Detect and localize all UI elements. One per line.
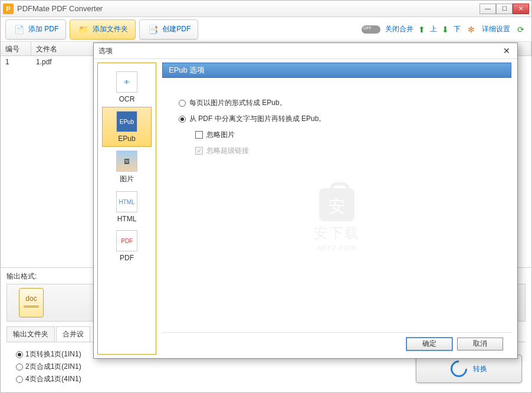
radio-icon (16, 363, 23, 371)
up-label: 上 (430, 24, 437, 34)
maximize-button[interactable]: ☐ (496, 4, 513, 14)
epub-option-extract-text[interactable]: 从 PDF 中分离文字与图片再转换成 EPub。 (179, 114, 495, 124)
sidebar-item-html[interactable]: HTMLHTML (102, 188, 152, 227)
close-button[interactable]: ✕ (513, 4, 529, 14)
settings-label[interactable]: 详细设置 (482, 24, 510, 34)
sidebar-item-ocr[interactable]: 👁OCR (102, 68, 152, 107)
image-icon: 🖼 (116, 150, 137, 172)
add-pdf-label: 添加 PDF (28, 24, 58, 34)
refresh-icon[interactable]: ⟳ (515, 24, 527, 35)
watermark-sub: anxz.com (314, 243, 360, 252)
dialog-body: 👁OCR EPubEPub 🖼图片 HTMLHTML PDFPDF EPub 选… (94, 58, 517, 358)
sidebar-item-image[interactable]: 🖼图片 (102, 147, 152, 188)
dialog-footer: 确定 取消 (162, 332, 511, 355)
ocr-icon: 👁 (116, 71, 137, 93)
toolbar: 📄 添加 PDF 📁 添加文件夹 📑 创建PDF 关闭合并 ⬆上 ⬇下 ✻ 详细… (1, 17, 531, 42)
build-pdf-icon: 📑 (147, 24, 159, 35)
window-controls: — ☐ ✕ (480, 4, 529, 14)
settings-icon[interactable]: ✻ (465, 24, 477, 35)
dialog-main: EPub 选项 每页以图片的形式转成 EPub。 从 PDF 中分离文字与图片再… (160, 59, 517, 358)
watermark: 安下载 anxz.com (314, 188, 360, 252)
radio-icon (179, 116, 186, 123)
build-pdf-button[interactable]: 📑 创建PDF (139, 19, 198, 40)
html-icon: HTML (116, 191, 137, 212)
cancel-button[interactable]: 取消 (457, 338, 503, 351)
move-down-icon[interactable]: ⬇ (442, 25, 449, 34)
radio-icon (179, 100, 186, 107)
merge-toggle[interactable] (362, 25, 380, 34)
dialog-titlebar: 选项 ✕ (94, 43, 517, 58)
add-folder-icon: 📁 (77, 24, 89, 35)
add-pdf-icon: 📄 (13, 24, 25, 35)
sidebar-item-epub[interactable]: EPubEPub (102, 107, 152, 147)
app-icon: P (3, 4, 14, 14)
app-title: PDFMate PDF Converter (17, 4, 480, 13)
radio-icon (16, 351, 23, 358)
options-dialog: 选项 ✕ 👁OCR EPubEPub 🖼图片 HTMLHTML PDFPDF E… (93, 42, 518, 359)
ok-button[interactable]: 确定 (406, 338, 452, 351)
sub-options: 忽略图片 忽略超级链接 (195, 130, 495, 156)
right-tools: 关闭合并 ⬆上 ⬇下 ✻ 详细设置 ⟳ (362, 24, 527, 35)
add-folder-label: 添加文件夹 (93, 24, 128, 34)
build-pdf-label: 创建PDF (162, 24, 191, 34)
dialog-close-button[interactable]: ✕ (501, 45, 513, 57)
epub-option-image-per-page[interactable]: 每页以图片的形式转成 EPub。 (179, 98, 495, 108)
watermark-icon (319, 188, 354, 221)
titlebar: P PDFMate PDF Converter — ☐ ✕ (1, 1, 531, 17)
tab-output-folder[interactable]: 输出文件夹 (6, 326, 55, 342)
dialog-title: 选项 (98, 46, 113, 56)
move-up-icon[interactable]: ⬆ (418, 25, 425, 34)
epub-icon: EPub (116, 111, 137, 132)
format-doc[interactable]: doc═══ (19, 288, 44, 317)
convert-icon (447, 357, 471, 381)
convert-label: 转换 (473, 364, 487, 374)
checkbox-icon (195, 131, 203, 139)
panel-body: 每页以图片的形式转成 EPub。 从 PDF 中分离文字与图片再转换成 EPub… (162, 78, 511, 332)
minimize-button[interactable]: — (480, 4, 496, 14)
cell-num: 1 (1, 56, 31, 69)
close-merge-label[interactable]: 关闭合并 (385, 24, 413, 34)
radio-icon (16, 376, 23, 383)
convert-button[interactable]: 转换 (416, 355, 522, 383)
down-label: 下 (454, 24, 461, 34)
pdf-icon: PDF (116, 230, 137, 251)
sidebar-item-pdf[interactable]: PDFPDF (102, 227, 152, 266)
dialog-sidebar: 👁OCR EPubEPub 🖼图片 HTMLHTML PDFPDF (97, 63, 156, 355)
ignore-hyperlinks-checkbox: 忽略超级链接 (195, 146, 495, 156)
add-folder-button[interactable]: 📁 添加文件夹 (70, 19, 136, 40)
tab-merge[interactable]: 合并设 (56, 326, 90, 342)
checkbox-icon (195, 147, 203, 155)
add-pdf-button[interactable]: 📄 添加 PDF (5, 19, 66, 40)
col-num[interactable]: 编号 (1, 42, 31, 55)
watermark-text: 安下载 (314, 224, 360, 243)
ignore-images-checkbox[interactable]: 忽略图片 (195, 130, 495, 140)
panel-header: EPub 选项 (162, 63, 511, 78)
